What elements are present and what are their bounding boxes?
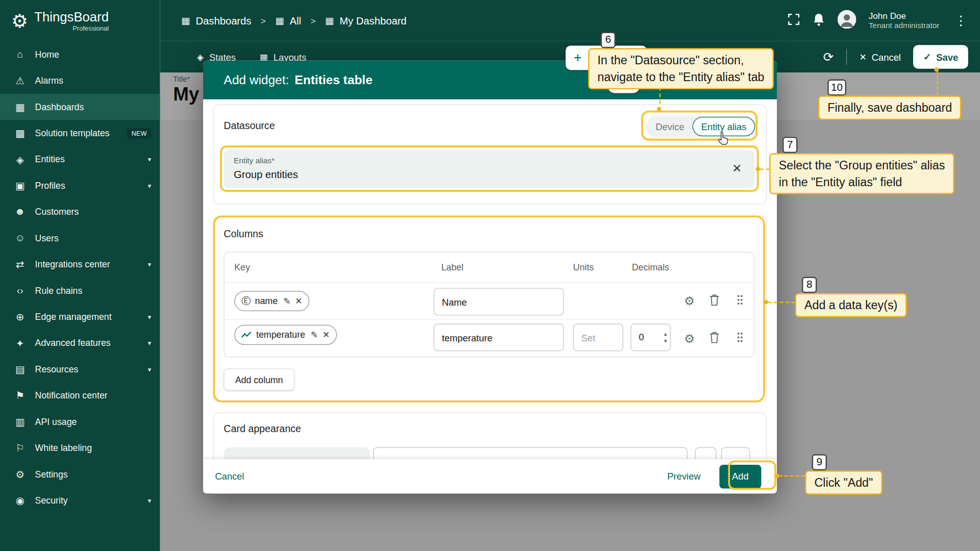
table-row: temperature ✎ ✕ 0 ▴▾ ⚙ [225,320,754,357]
white-labeling-icon: ⚐ [14,442,26,454]
notifications-bell-icon[interactable] [813,12,825,29]
chevron-down-icon: ▾ [148,260,152,268]
breadcrumb-my-dashboard[interactable]: ▦My Dashboard [325,15,407,27]
user-role: Tenant administrator [869,20,940,31]
remove-key-icon[interactable]: ✕ [323,330,330,340]
units-input[interactable] [573,323,623,351]
preview-button[interactable]: Preview [667,471,700,482]
user-name: John Doe [869,11,940,21]
label-input[interactable] [434,323,564,351]
data-key-name: name [255,296,278,306]
sidebar-item-edge-management[interactable]: ⊕Edge management▾ [0,304,160,330]
data-key-chip-temperature[interactable]: temperature ✎ ✕ [234,325,336,345]
chevron-down-icon: ▾ [148,496,152,505]
decimals-value: 0 [639,332,644,342]
sidebar-item-label: Notification center [35,390,108,400]
step-badge-8: 8 [802,277,817,293]
key-settings-gear-icon[interactable]: ⚙ [682,294,696,308]
remove-key-icon[interactable]: ✕ [295,296,302,306]
dialog-cancel-button[interactable]: Cancel [215,471,244,482]
sidebar-item-label: Rule chains [35,286,83,296]
sidebar-item-solution-templates[interactable]: ▩Solution templatesNEW [0,120,160,146]
tab-device[interactable]: Device [648,121,693,132]
edit-key-icon[interactable]: ✎ [283,296,290,306]
sidebar-item-rule-chains[interactable]: ‹›Rule chains [0,278,160,304]
sidebar-item-label: Alarms [35,76,63,86]
drag-handle-icon[interactable] [737,294,743,308]
breadcrumb-separator: > [310,16,315,26]
resources-icon: ▤ [14,363,26,375]
notification-center-icon: ⚑ [14,389,26,401]
thingsboard-logo[interactable]: ⚙ ThingsBoard Professional [0,0,160,41]
sidebar-item-label: Resources [35,364,79,374]
states-icon: ◈ [197,52,204,62]
columns-table: Key Label Units Decimals Ⓔ name ✎ ✕ ⚙ [224,252,754,357]
avatar[interactable] [837,10,856,32]
save-dashboard-button[interactable]: ✓Save [913,45,968,69]
callout-dot [935,67,939,72]
sidebar-item-notification-center[interactable]: ⚑Notification center [0,382,160,408]
edit-key-icon[interactable]: ✎ [311,330,318,340]
callout-dot [775,473,779,478]
decimals-spinner[interactable]: ▴▾ [664,330,667,345]
sidebar-item-api-usage[interactable]: ▥API usage [0,409,160,435]
drag-handle-icon[interactable] [737,332,743,345]
timeseries-icon [241,330,252,340]
cancel-edit-button[interactable]: ✕Cancel [860,52,901,62]
sidebar-item-profiles[interactable]: ▣Profiles▾ [0,172,160,198]
sidebar-item-customers[interactable]: ☻Customers [0,198,160,224]
sidebar-item-white-labeling[interactable]: ⚐White labeling [0,435,160,461]
label-input[interactable] [434,288,564,315]
plus-icon: + [574,49,582,66]
dashboard-icon: ▦ [275,15,284,26]
callout-dot [657,107,662,111]
sidebar-item-label: Settings [35,469,68,480]
step-callout-8: Add a data key(s) [795,293,907,317]
add-column-button[interactable]: Add column [224,368,294,390]
column-header-decimals: Decimals [632,262,669,272]
sidebar-item-entities[interactable]: ◈Entities▾ [0,146,160,172]
sidebar-item-label: API usage [35,417,77,427]
delete-key-icon[interactable] [709,332,720,346]
sidebar-item-resources[interactable]: ▤Resources▾ [0,356,160,382]
sidebar-item-integrations-center[interactable]: ⇄Integrations center▾ [0,251,160,277]
dashboards-icon: ▦ [14,101,26,113]
callout-connector [937,70,938,95]
breadcrumb-label: Dashboards [195,15,251,27]
delete-key-icon[interactable] [709,294,720,308]
history-icon[interactable]: ⟳ [823,49,834,64]
key-settings-gear-icon[interactable]: ⚙ [682,332,696,346]
breadcrumb-dashboards[interactable]: ▦Dashboards [181,15,251,27]
column-header-label: Label [441,262,463,272]
clear-alias-icon[interactable]: ✕ [732,161,742,176]
edge-management-icon: ⊕ [14,311,26,322]
entities-icon: ◈ [14,154,26,165]
entity-alias-field[interactable]: Entity alias* Group entities ✕ [224,150,754,188]
sidebar: ⚙ ThingsBoard Professional ⌂Home ⚠Alarms… [0,0,160,551]
spinner-up-icon[interactable]: ▴ [664,330,667,338]
breadcrumb-all[interactable]: ▦All [275,15,301,27]
sidebar-item-label: Customers [35,207,79,217]
sidebar-item-users[interactable]: ☺Users [0,225,160,251]
screen: ⚙ ThingsBoard Professional ⌂Home ⚠Alarms… [0,0,980,551]
dialog-add-button[interactable]: Add [719,464,761,488]
entity-field-icon: Ⓔ [241,295,251,307]
data-key-chip-name[interactable]: Ⓔ name ✎ ✕ [234,291,309,311]
sidebar-item-advanced-features[interactable]: ✦Advanced features▾ [0,330,160,356]
chevron-down-icon: ▾ [148,313,152,321]
fullscreen-icon[interactable] [788,13,800,28]
sidebar-item-settings[interactable]: ⚙Settings [0,461,160,487]
spinner-down-icon[interactable]: ▾ [664,337,667,345]
columns-table-header: Key Label Units Decimals [225,253,754,283]
callout-dot [755,167,760,171]
sidebar-item-dashboards[interactable]: ▦Dashboards [0,94,160,120]
profiles-icon: ▣ [14,180,26,191]
sidebar-item-security[interactable]: ◉Security▾ [0,487,160,513]
sidebar-item-alarms[interactable]: ⚠Alarms [0,67,160,93]
alarms-icon: ⚠ [14,74,26,86]
sidebar-item-home[interactable]: ⌂Home [0,41,160,67]
data-key-name: temperature [256,330,305,340]
decimals-input[interactable]: 0 ▴▾ [631,323,671,351]
sidebar-item-label: Integrations center [35,259,110,269]
kebab-menu-icon[interactable]: ⋮ [952,13,970,28]
